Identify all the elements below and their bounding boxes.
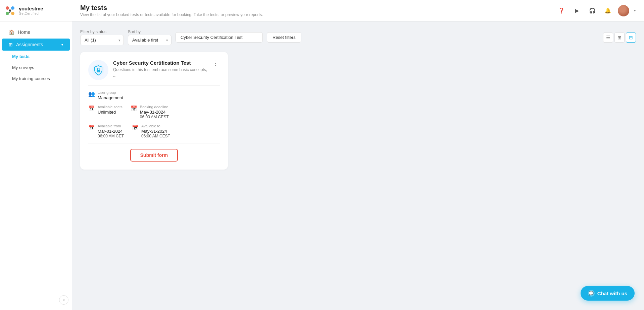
- seats-content: Available seats Unlimited: [98, 105, 122, 115]
- list-view-icon: ☰: [606, 35, 610, 40]
- card-header: Cyber Security Certification Test Questi…: [88, 60, 220, 80]
- card-footer: Submit form: [88, 143, 220, 162]
- more-options-icon: ⋮: [212, 60, 218, 66]
- seats-booking-row: 📅 Available seats Unlimited 📅 Booking de…: [88, 105, 220, 119]
- collapse-chevrons-icon: «: [63, 298, 65, 302]
- notifications-button[interactable]: 🔔: [602, 5, 613, 16]
- available-from-label: Available from: [98, 124, 124, 128]
- user-group-icon: 👥: [88, 91, 95, 97]
- tile-view-button[interactable]: ⊟: [626, 33, 636, 43]
- help-button[interactable]: ❓: [556, 5, 567, 16]
- card-title: Cyber Security Certification Test: [113, 60, 211, 66]
- user-group-item: 👥 User group Management: [88, 90, 123, 100]
- calendar-deadline-icon: 📅: [131, 105, 137, 112]
- user-group-row: 👥 User group Management: [88, 90, 220, 100]
- page-title: My tests: [80, 4, 556, 12]
- svg-point-1: [11, 6, 14, 10]
- user-menu-chevron[interactable]: ▾: [634, 8, 636, 13]
- assignments-icon: ⊞: [9, 42, 13, 47]
- topbar-title-area: My tests View the list of your booked te…: [80, 4, 556, 17]
- sidebar-item-my-surveys[interactable]: My surveys: [0, 62, 72, 73]
- available-from-date: Mar-01-2024: [98, 129, 124, 134]
- filter-sort-select[interactable]: Available first Newest first Oldest firs…: [128, 35, 171, 45]
- play-icon: ▶: [575, 7, 579, 14]
- grid-view-button[interactable]: ⊞: [614, 33, 625, 43]
- svg-point-8: [98, 71, 99, 71]
- card-menu-button[interactable]: ⋮: [211, 60, 220, 66]
- svg-point-3: [11, 12, 14, 15]
- available-to-item: 📅 Available to May-31-2024 06:00 AM CEST: [132, 124, 170, 138]
- filter-status-select-wrap: All (1) Available Booked Completed ▾: [80, 35, 124, 45]
- available-from-item: 📅 Available from Mar-01-2024 06:00 AM CE…: [88, 124, 124, 138]
- sidebar-collapse-button[interactable]: «: [59, 295, 68, 305]
- avatar-image: [618, 5, 629, 16]
- chat-bubble-icon: 💬: [588, 290, 595, 297]
- deadline-content: Booking deadline May-31-2024 06:00 AM CE…: [140, 105, 169, 119]
- card-icon-circle: [88, 60, 108, 80]
- submit-form-button[interactable]: Submit form: [130, 149, 178, 162]
- bell-icon: 🔔: [604, 7, 611, 14]
- sidebar-my-training-label: My training courses: [12, 76, 50, 81]
- sidebar: y youtestme GetCertified 🏠 Home ⊞ Assign…: [0, 0, 72, 310]
- assignments-chevron: ▾: [61, 43, 63, 47]
- main-area: My tests View the list of your booked te…: [72, 0, 644, 310]
- booking-deadline-date: May-31-2024: [140, 110, 169, 115]
- seats-value: Unlimited: [98, 110, 122, 115]
- card-title-area: Cyber Security Certification Test Questi…: [113, 60, 211, 78]
- grid-view-icon: ⊞: [617, 35, 622, 40]
- sidebar-item-assignments[interactable]: ⊞ Assignments ▾: [2, 39, 70, 51]
- logo-text: youtestme GetCertified: [19, 6, 43, 15]
- filter-sort-group: Sort by Available first Newest first Old…: [128, 29, 171, 45]
- card-description: Questions in this test embrace some basi…: [113, 67, 211, 78]
- to-content: Available to May-31-2024 06:00 AM CEST: [141, 124, 170, 138]
- headset-icon: 🎧: [589, 7, 596, 14]
- search-input[interactable]: [176, 32, 263, 43]
- available-to-time: 06:00 AM CEST: [141, 134, 170, 138]
- filter-sort-label: Sort by: [128, 29, 171, 34]
- page-subtitle: View the list of your booked tests or te…: [80, 12, 556, 17]
- app-name: youtestme: [19, 6, 43, 12]
- app-subtitle: GetCertified: [19, 12, 43, 15]
- shield-lock-icon: [92, 64, 105, 76]
- sidebar-my-tests-label: My tests: [12, 54, 30, 59]
- booking-deadline-item: 📅 Booking deadline May-31-2024 06:00 AM …: [131, 105, 169, 119]
- sidebar-nav: 🏠 Home ⊞ Assignments ▾ My tests My surve…: [0, 22, 72, 310]
- filter-status-select[interactable]: All (1) Available Booked Completed: [80, 35, 124, 45]
- chat-button-label: Chat with us: [597, 291, 627, 296]
- filter-status-label: Filter by status: [80, 29, 124, 34]
- calendar-seats-icon: 📅: [88, 105, 95, 112]
- seats-label: Available seats: [98, 105, 122, 109]
- calendar-to-icon: 📅: [132, 124, 139, 131]
- play-button[interactable]: ▶: [572, 5, 582, 16]
- reset-filters-button[interactable]: Reset filters: [267, 32, 301, 43]
- headset-button[interactable]: 🎧: [587, 5, 598, 16]
- sidebar-home-label: Home: [18, 29, 63, 35]
- home-icon: 🏠: [9, 29, 14, 35]
- available-seats-item: 📅 Available seats Unlimited: [88, 105, 122, 119]
- sidebar-item-my-tests[interactable]: My tests: [0, 51, 72, 62]
- available-to-label: Available to: [141, 124, 170, 128]
- sidebar-item-home[interactable]: 🏠 Home: [2, 26, 70, 38]
- user-group-value: Management: [98, 95, 123, 100]
- user-avatar[interactable]: [618, 5, 629, 16]
- logo-icon: y: [4, 5, 16, 17]
- user-group-label: User group: [98, 90, 123, 95]
- filter-status-group: Filter by status All (1) Available Booke…: [80, 29, 124, 45]
- available-from-time: 06:00 AM CET: [98, 134, 124, 138]
- filter-sort-select-wrap: Available first Newest first Oldest firs…: [128, 35, 171, 45]
- calendar-from-icon: 📅: [88, 124, 95, 131]
- view-toggles: ☰ ⊞ ⊟: [603, 33, 636, 43]
- list-view-button[interactable]: ☰: [603, 33, 613, 43]
- user-group-content: User group Management: [98, 90, 123, 100]
- sidebar-item-my-training-courses[interactable]: My training courses: [0, 73, 72, 84]
- booking-deadline-time: 06:00 AM CEST: [140, 115, 169, 119]
- sidebar-assignments-label: Assignments: [16, 42, 58, 47]
- topbar: My tests View the list of your booked te…: [72, 0, 644, 21]
- sidebar-my-surveys-label: My surveys: [12, 65, 34, 70]
- content-area: Filter by status All (1) Available Booke…: [72, 21, 644, 310]
- chat-button[interactable]: 💬 Chat with us: [581, 286, 635, 301]
- card-divider-top: [88, 85, 220, 86]
- topbar-actions: ❓ ▶ 🎧 🔔 ▾: [556, 5, 636, 16]
- from-content: Available from Mar-01-2024 06:00 AM CET: [98, 124, 124, 138]
- tile-view-icon: ⊟: [629, 35, 633, 40]
